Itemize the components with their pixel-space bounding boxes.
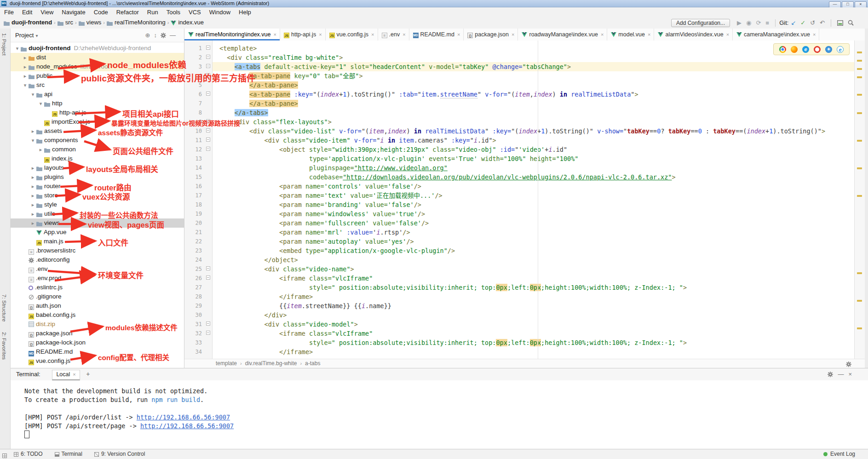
code-line-29[interactable]: {{item.streetName}} {{i.name}} (219, 301, 855, 310)
code-line-5[interactable]: </a-tab-pane> (219, 80, 855, 90)
code-line-28[interactable]: </iframe> (219, 292, 855, 301)
fold-marker[interactable]: − (206, 128, 210, 132)
close-icon[interactable]: × (457, 32, 460, 37)
tree-item-http[interactable]: ▾http (11, 99, 184, 108)
menu-item-refactor[interactable]: Refactor (112, 7, 143, 17)
code-line-12[interactable]: <object style="width:390px;height:219px"… (219, 145, 855, 154)
code-line-30[interactable]: </div> (219, 310, 855, 320)
menu-item-code[interactable]: Code (90, 7, 112, 17)
chevron-right-icon[interactable]: ▸ (30, 182, 36, 191)
tool-window-switcher-icon[interactable] (2, 452, 7, 459)
status-item-9-Version-Control[interactable]: 9: Version Control (94, 449, 145, 459)
editor-tab-roadwayManage_index.vue[interactable]: roadwayManage\index.vue× (518, 29, 607, 40)
tree-item-.gitignore[interactable]: .gitignore (11, 292, 184, 301)
code-line-3[interactable]: <a-tabs default-active-key="1" slot="hea… (219, 62, 855, 71)
code-line-2[interactable]: <div class="realTime bg-white"> (219, 53, 855, 62)
menu-item-window[interactable]: Window (205, 7, 235, 17)
code-area[interactable]: <template> <div class="realTime bg-white… (213, 40, 855, 359)
tree-item-main.js[interactable]: JSmain.js (11, 237, 184, 246)
breadcrumb-item-realTimeMonitoring[interactable]: realTimeMonitoring (107, 17, 166, 29)
editor-breadcrumb-div.realTime.bg-white[interactable]: div.realTime.bg-white (245, 360, 297, 367)
editor-tab-package.json[interactable]: {}package.json× (464, 29, 518, 40)
firefox-browser-icon[interactable] (791, 46, 798, 53)
chevron-down-icon[interactable]: ▾ (22, 80, 28, 90)
fold-marker[interactable]: − (206, 46, 210, 50)
expand-collapse-icon[interactable]: ↕ (154, 29, 157, 42)
terminal-tab-local[interactable]: Local× (52, 370, 80, 380)
editor-scrollbar[interactable] (854, 40, 865, 359)
code-line-11[interactable]: <div class="video-item" v-for="i in item… (219, 136, 855, 145)
title-bar[interactable]: WS duoji-frontend [D:\zheheWeb\duoji-fro… (0, 0, 868, 7)
stop-icon[interactable]: ■ (765, 17, 769, 29)
code-line-18[interactable]: <param name='branding' value='false'/> (219, 200, 855, 209)
tree-item-views[interactable]: ▸views (11, 218, 184, 228)
fold-marker[interactable]: − (206, 138, 210, 142)
ie-browser-icon[interactable]: e (837, 46, 844, 53)
editor-tab-http-api.js[interactable]: JShttp-api.js× (280, 29, 326, 40)
close-icon[interactable]: × (371, 32, 374, 37)
git-update-icon[interactable]: ↙ (791, 17, 796, 29)
chevron-right-icon[interactable]: ▸ (30, 126, 36, 136)
fold-marker[interactable]: − (206, 92, 210, 96)
fold-marker[interactable]: − (206, 321, 210, 326)
close-icon[interactable]: × (726, 32, 729, 37)
breadcrumb-item-duoji-frontend[interactable]: duoji-frontend (4, 17, 52, 29)
chevron-right-icon[interactable]: ▸ (30, 172, 36, 182)
chevron-right-icon[interactable]: ▸ (30, 218, 36, 228)
locate-icon[interactable]: ⊕ (145, 29, 150, 42)
fold-marker[interactable]: − (206, 73, 210, 77)
close-icon[interactable]: × (73, 372, 75, 377)
tree-item-App.vue[interactable]: App.vue (11, 228, 184, 237)
code-line-24[interactable]: </object> (219, 255, 855, 264)
tree-item-dist[interactable]: ▸dist (11, 53, 184, 62)
editor-tab-.env[interactable]: ≡.env× (378, 29, 409, 40)
code-line-21[interactable]: <param name='mrl' :value='i.rtsp'/> (219, 228, 855, 237)
chevron-right-icon[interactable]: ▸ (22, 71, 28, 80)
close-icon[interactable]: × (274, 32, 276, 37)
editor-tab-vue.config.js[interactable]: JSvue.config.js× (326, 29, 378, 40)
menu-item-navigate[interactable]: Navigate (57, 7, 89, 17)
fold-marker[interactable]: − (206, 331, 210, 335)
tool-stripe-1-Project[interactable]: 1: Project (1, 33, 7, 56)
fold-marker[interactable]: − (206, 147, 210, 151)
tree-item-package-lock.json[interactable]: {}package-lock.json (11, 338, 184, 347)
fold-marker[interactable]: − (206, 64, 210, 68)
tree-item-.browserslistrc[interactable]: ≡.browserslistrc (11, 246, 184, 255)
editor-tab-alarmVideos_index.vue[interactable]: alarmVideos\index.vue× (654, 29, 733, 40)
fold-marker[interactable]: − (206, 275, 210, 280)
breadcrumb-item-views[interactable]: views (79, 17, 102, 29)
code-line-4[interactable]: <a-tab-pane key="0" tab="全部"> (219, 71, 855, 80)
tree-item-utils[interactable]: ▸utils (11, 209, 184, 218)
tree-item-README.md[interactable]: MDREADME.md (11, 347, 184, 356)
search-icon[interactable] (848, 17, 854, 29)
tree-item-src[interactable]: ▾src (11, 80, 184, 90)
tree-item-package.json[interactable]: {}package.json (11, 329, 184, 338)
menu-item-vcs[interactable]: VCS (184, 7, 205, 17)
chevron-down-icon[interactable]: ▾ (35, 33, 38, 38)
close-icon[interactable]: × (813, 32, 816, 37)
menu-item-run[interactable]: Run (143, 7, 162, 17)
chevron-right-icon[interactable]: ▸ (30, 209, 36, 218)
gear-icon[interactable] (828, 368, 833, 380)
tree-item-node_modules[interactable]: ▸node_moduleslibrary root (11, 62, 184, 71)
code-line-33[interactable]: style=" position:absolute;visibility:inh… (219, 338, 855, 347)
fold-marker[interactable]: − (206, 266, 210, 270)
code-line-23[interactable]: <embed type="application/x-google-vlc-pl… (219, 246, 855, 255)
editor-tab-realTimeMonitoring_index.vue[interactable]: realTimeMonitoring\index.vue× (184, 29, 280, 40)
tree-item-auth.json[interactable]: {}auth.json (11, 301, 184, 310)
close-icon[interactable]: × (319, 32, 322, 37)
menu-item-view[interactable]: View (36, 7, 57, 17)
tree-item-index.js[interactable]: JSindex.js (11, 154, 184, 163)
fold-marker[interactable]: − (206, 55, 210, 59)
tree-item-api[interactable]: ▾api (11, 90, 184, 99)
code-line-31[interactable]: <div class="video-model"> (219, 320, 855, 329)
run-icon[interactable]: ▶ (737, 17, 742, 29)
code-line-14[interactable]: pluginspage="http://www.videolan.org" (219, 163, 855, 172)
code-line-16[interactable]: <param name='controls' value='false'/> (219, 182, 855, 191)
code-line-8[interactable]: </a-tabs> (219, 108, 855, 117)
tree-item-.eslintrc.js[interactable]: .eslintrc.js (11, 283, 184, 292)
chevron-down-icon[interactable]: ▾ (30, 90, 36, 99)
add-configuration-button[interactable]: Add Configuration... (671, 19, 730, 27)
editor-breadcrumb-a-tabs[interactable]: a-tabs (305, 360, 320, 367)
git-history-icon[interactable]: ↺ (810, 17, 815, 29)
